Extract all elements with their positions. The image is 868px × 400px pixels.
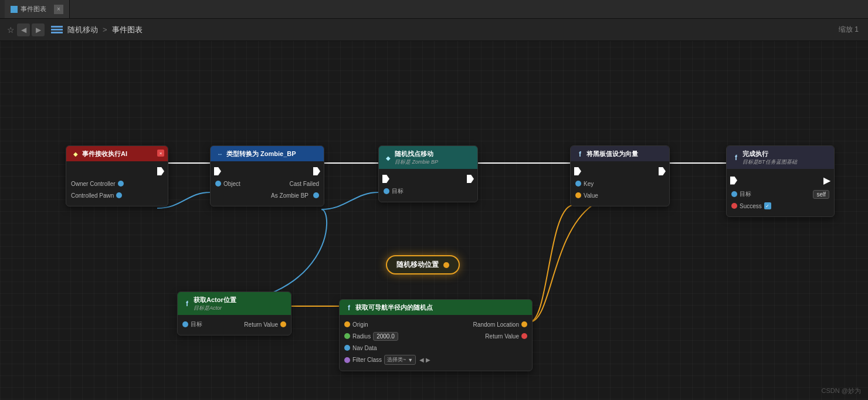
get-actor-location-node[interactable]: f 获取Actor位置 目标是Actor 目标 Return Value	[177, 291, 291, 335]
exec-row	[379, 172, 477, 185]
node-body: 目标	[379, 169, 477, 202]
controlled-pawn-label: Controlled Pawn	[71, 192, 114, 199]
exec-in-pin[interactable]	[730, 177, 737, 185]
node-body: 目标 Return Value	[178, 315, 291, 335]
node-close-button[interactable]: ×	[157, 150, 164, 157]
origin-in-pin[interactable]	[344, 321, 350, 327]
radius-label: Radius	[352, 333, 371, 340]
exec-row	[66, 165, 168, 178]
success-row: Success ✓	[727, 200, 834, 212]
return-value-pin[interactable]	[521, 333, 527, 339]
key-in-pin[interactable]	[575, 181, 581, 187]
nav-data-label: Nav Data	[352, 345, 377, 351]
watermark: CSDN @妙为	[822, 387, 861, 395]
node-header: ◆ 随机找点移动 目标是 Zombie BP	[379, 146, 477, 169]
random-location-pin[interactable]	[521, 321, 527, 327]
node-body: Key Value	[571, 161, 669, 206]
exec-out-pin[interactable]	[467, 175, 474, 183]
node-header: ◆ 事件接收执行AI ×	[66, 146, 168, 161]
success-in-pin[interactable]	[731, 203, 737, 209]
node-body: Object Cast Failed As Zombie BP	[211, 161, 324, 206]
target-in-pin[interactable]	[182, 321, 188, 327]
radius-in-pin[interactable]	[344, 333, 350, 339]
event-icon: ◆	[72, 151, 79, 158]
random-move-to-node[interactable]: ◆ 随机找点移动 目标是 Zombie BP 目标	[378, 145, 478, 202]
node-title: 将黑板值设为向量	[586, 150, 638, 158]
filter-arrows: ◀ ▶	[419, 357, 430, 363]
set-blackboard-value-node[interactable]: f 将黑板值设为向量 Key Value	[570, 145, 670, 206]
highlight-out-pin[interactable]	[443, 262, 449, 268]
cast-failed-label: Cast Failed	[289, 181, 319, 187]
as-zombie-pin[interactable]	[313, 192, 319, 198]
cast-zombie-bp-node[interactable]: ↔ 类型转换为 Zombie_BP Object Cast Failed As …	[210, 145, 324, 206]
node-header: f 将黑板值设为向量	[571, 146, 669, 161]
success-label: Success	[740, 203, 762, 209]
filter-class-label: Filter Class	[352, 357, 382, 363]
tab-event-graph[interactable]: 事件图表 ×	[5, 0, 70, 18]
random-location-label: Random Location	[473, 321, 519, 328]
move-icon: ◆	[385, 154, 392, 161]
filter-class-row: Filter Class 选择类~ ▼ ◀ ▶	[340, 354, 532, 366]
title-bar: 事件图表 ×	[0, 0, 868, 19]
target-row: 目标 self	[727, 188, 834, 200]
exec-out-pin[interactable]	[659, 167, 666, 175]
node-title: 事件接收执行AI	[82, 150, 127, 158]
exec-in-pin[interactable]	[382, 175, 389, 183]
target-label: 目标	[191, 320, 202, 328]
random-move-location-node[interactable]: 随机移动位置	[386, 255, 460, 274]
controlled-pawn-pin[interactable]	[116, 192, 122, 198]
radius-row: Radius 2000.0 Return Value	[340, 330, 532, 342]
node-subtitle: 目标是 Zombie BP	[395, 158, 438, 166]
event-receive-execute-ai-node[interactable]: ◆ 事件接收执行AI × Owner Controller Controlled…	[66, 145, 168, 206]
key-label: Key	[584, 181, 594, 187]
nav-data-pin[interactable]	[344, 345, 350, 351]
controlled-pawn-row: Controlled Pawn	[66, 189, 168, 201]
value-in-pin[interactable]	[575, 192, 581, 198]
nav-data-row: Nav Data	[340, 342, 532, 354]
nav-back-button[interactable]: ◀	[17, 23, 30, 36]
owner-controller-pin[interactable]	[118, 181, 124, 187]
value-row: Value	[571, 189, 669, 201]
tab-close-button[interactable]: ×	[54, 5, 63, 14]
object-in-pin[interactable]	[215, 181, 221, 187]
node-title: 获取Actor位置	[194, 296, 236, 304]
filter-class-pin[interactable]	[344, 357, 350, 363]
as-zombie-label: As Zombie BP	[271, 192, 308, 199]
exec-out-pin[interactable]	[157, 167, 164, 175]
breadcrumb-project[interactable]: 随机移动	[67, 25, 98, 35]
exec-in-pin[interactable]	[574, 167, 581, 175]
func-icon: f	[345, 304, 352, 311]
value-label: Value	[584, 192, 598, 199]
node-body: Origin Random Location Radius 2000.0 Ret…	[340, 315, 532, 371]
exec-row	[571, 165, 669, 178]
target-row: 目标	[379, 185, 477, 197]
blueprint-canvas[interactable]: ◆ 事件接收执行AI × Owner Controller Controlled…	[0, 41, 868, 400]
return-value-label: Return Value	[244, 321, 278, 328]
node-title: 完成执行	[742, 150, 797, 158]
success-checkbox[interactable]: ✓	[764, 202, 771, 209]
exec-row	[211, 165, 324, 178]
favorite-button[interactable]: ☆	[7, 25, 15, 35]
node-body: Owner Controller Controlled Pawn	[66, 161, 168, 206]
exec-out-pin[interactable]	[313, 167, 320, 175]
node-header: f 获取Actor位置 目标是Actor	[178, 292, 291, 315]
finish-execute-node[interactable]: f 完成执行 目标是BT任务蓝图基础 ▶ 目标 self Success	[726, 145, 835, 217]
node-subtitle: 目标是Actor	[194, 304, 236, 312]
node-title: 随机找点移动	[395, 150, 438, 158]
exec-in-pin[interactable]	[214, 167, 221, 175]
node-header: ↔ 类型转换为 Zombie_BP	[211, 146, 324, 161]
node-title: 获取可导航半径内的随机点	[355, 303, 433, 312]
owner-controller-row: Owner Controller	[66, 178, 168, 189]
object-label: Object	[223, 181, 240, 187]
target-in-pin[interactable]	[731, 191, 737, 197]
radius-value[interactable]: 2000.0	[373, 332, 398, 341]
node-header: f 获取可导航半径内的随机点	[340, 300, 532, 315]
filter-class-select[interactable]: 选择类~ ▼	[384, 355, 416, 365]
breadcrumb-icon	[51, 26, 63, 34]
nav-forward-button[interactable]: ▶	[32, 23, 45, 36]
return-value-label: Return Value	[485, 333, 519, 340]
get-random-nav-point-node[interactable]: f 获取可导航半径内的随机点 Origin Random Location Ra…	[339, 299, 533, 371]
target-in-pin[interactable]	[384, 188, 389, 194]
key-row: Key	[571, 178, 669, 189]
return-value-pin[interactable]	[280, 321, 286, 327]
